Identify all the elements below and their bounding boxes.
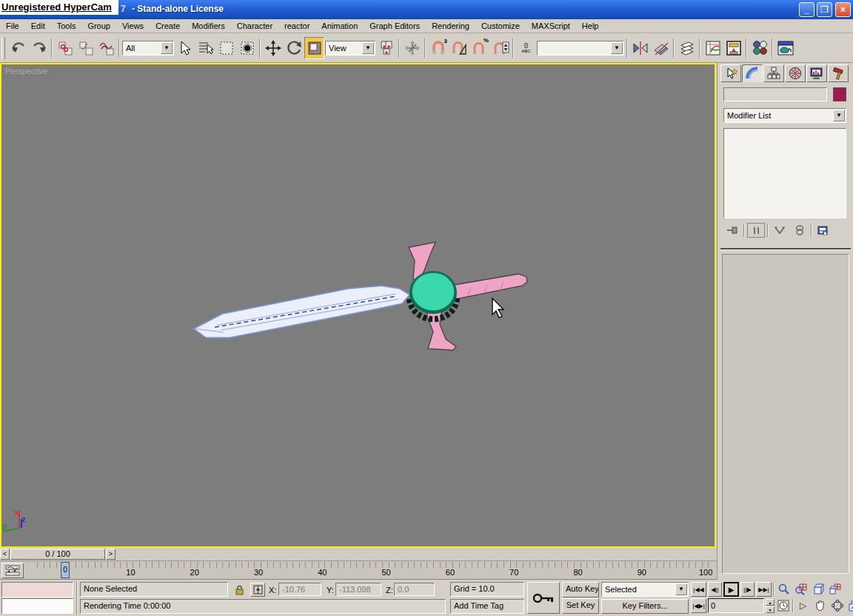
selection-filter-dropdown[interactable]: All ▼: [122, 41, 174, 56]
menu-item[interactable]: Rendering: [426, 20, 475, 32]
time-slider-handle[interactable]: 0 / 100: [10, 549, 105, 560]
reference-coordinate-system-dropdown[interactable]: View ▼: [325, 41, 375, 56]
bind-to-space-warp-button[interactable]: [96, 37, 116, 59]
field-of-view-button[interactable]: ▷: [795, 598, 811, 613]
menu-item[interactable]: Customize: [475, 20, 526, 32]
window-crossing-button[interactable]: [237, 37, 257, 59]
close-button[interactable]: ×: [835, 2, 851, 17]
mirror-button[interactable]: [630, 37, 650, 59]
z-coordinate-field[interactable]: 0.0: [394, 583, 435, 596]
absolute-mode-transform-toggle[interactable]: [250, 583, 265, 597]
perspective-viewport[interactable]: Perspective x z y: [0, 63, 716, 548]
go-to-start-button[interactable]: |◀◀: [691, 582, 706, 597]
edit-named-selection-sets-button[interactable]: {} ABC: [516, 37, 536, 59]
menu-item[interactable]: Graph Editors: [364, 20, 426, 32]
spinner-snap-toggle-button[interactable]: [490, 37, 510, 59]
align-button[interactable]: [651, 37, 671, 59]
menu-item[interactable]: Group: [81, 20, 116, 32]
frame-spinner[interactable]: ▲ ▼: [766, 599, 775, 613]
menu-item[interactable]: Edit: [25, 20, 51, 32]
rectangular-selection-region-button[interactable]: [216, 37, 236, 59]
select-and-scale-button[interactable]: [304, 37, 324, 59]
maxscript-listener-macro[interactable]: [1, 582, 73, 597]
configure-modifier-sets-button[interactable]: [814, 223, 832, 238]
modifier-list-dropdown[interactable]: Modifier List ▼: [723, 108, 846, 123]
menu-item[interactable]: File: [0, 20, 25, 32]
menu-item[interactable]: Modifiers: [186, 20, 231, 32]
next-frame-button[interactable]: ||▶: [740, 582, 755, 597]
current-frame-field[interactable]: 0: [708, 598, 764, 613]
tab-utilities[interactable]: [828, 64, 849, 82]
menu-item[interactable]: Views: [116, 20, 150, 32]
track-bar-ruler[interactable]: 0102030405060708090100 0: [27, 561, 715, 580]
time-slider[interactable]: < 0 / 100 >: [0, 548, 717, 561]
chevron-down-icon[interactable]: ▼: [675, 583, 687, 595]
min-max-toggle-button[interactable]: [846, 598, 853, 613]
time-configuration-button[interactable]: [776, 598, 791, 613]
render-scene-button[interactable]: [775, 37, 795, 59]
schematic-view-button[interactable]: [723, 37, 743, 59]
maxscript-listener-script[interactable]: [1, 598, 73, 614]
remove-modifier-button[interactable]: [791, 223, 809, 238]
arc-rotate-button[interactable]: [829, 598, 845, 613]
minimize-button[interactable]: _: [799, 2, 814, 17]
y-coordinate-field[interactable]: -113.098: [335, 583, 381, 596]
modifier-stack-list[interactable]: [723, 128, 846, 218]
zoom-button[interactable]: [776, 582, 792, 597]
use-pivot-point-center-button[interactable]: [376, 37, 396, 59]
curve-editor-button[interactable]: [703, 37, 723, 59]
viewport-label[interactable]: Perspective: [5, 67, 47, 76]
menu-item[interactable]: MAXScript: [526, 20, 576, 32]
selection-lock-toggle[interactable]: [232, 583, 247, 597]
spinner-down-icon[interactable]: ▼: [766, 606, 775, 613]
redo-button[interactable]: [29, 37, 49, 59]
select-and-rotate-button[interactable]: [284, 37, 304, 59]
set-key-button[interactable]: Set Key: [562, 598, 599, 614]
tab-modify[interactable]: [742, 64, 763, 82]
menu-item[interactable]: Tools: [51, 20, 82, 32]
current-frame-marker[interactable]: 0: [61, 562, 70, 578]
menu-item[interactable]: Help: [576, 20, 605, 32]
tab-display[interactable]: [806, 64, 827, 82]
sword-model[interactable]: [1, 64, 715, 546]
restore-button[interactable]: ❐: [817, 2, 832, 17]
select-object-button[interactable]: [175, 37, 195, 59]
named-selection-sets-dropdown[interactable]: ▼: [537, 41, 624, 56]
menu-item[interactable]: Animation: [315, 20, 364, 32]
add-time-tag[interactable]: Add Time Tag: [450, 599, 524, 614]
key-mode-toggle-button[interactable]: |◀▶|: [691, 598, 706, 613]
zoom-all-button[interactable]: [793, 582, 809, 597]
zoom-extents-all-button[interactable]: [827, 582, 843, 597]
track-bar[interactable]: 0102030405060708090100 0: [0, 561, 717, 580]
auto-key-button[interactable]: Auto Key: [562, 582, 599, 597]
tab-create[interactable]: [720, 64, 741, 82]
pan-view-button[interactable]: [812, 598, 828, 613]
open-mini-curve-editor-button[interactable]: [1, 563, 24, 578]
make-unique-button[interactable]: [771, 223, 789, 238]
object-name-field[interactable]: [723, 87, 827, 101]
select-and-link-button[interactable]: [55, 37, 75, 59]
layer-manager-button[interactable]: [677, 37, 697, 59]
show-end-result-button[interactable]: [747, 223, 765, 238]
tab-hierarchy[interactable]: [763, 64, 784, 82]
object-color-swatch[interactable]: [833, 87, 846, 101]
time-slider-next-button[interactable]: >: [106, 549, 116, 560]
zoom-extents-button[interactable]: [810, 582, 826, 597]
undo-button[interactable]: [8, 37, 28, 59]
go-to-end-button[interactable]: ▶▶|: [756, 582, 772, 597]
tab-motion[interactable]: [785, 64, 806, 82]
menu-item[interactable]: Character: [231, 20, 278, 32]
play-animation-button[interactable]: ▶: [723, 582, 739, 597]
select-by-name-button[interactable]: [195, 37, 215, 59]
chevron-down-icon[interactable]: ▼: [161, 42, 173, 54]
previous-frame-button[interactable]: ◀||: [708, 582, 722, 597]
set-keys-button[interactable]: [527, 582, 560, 614]
chevron-down-icon[interactable]: ▼: [833, 110, 845, 121]
pin-stack-button[interactable]: [723, 223, 741, 238]
spinner-up-icon[interactable]: ▲: [766, 599, 775, 606]
menu-item[interactable]: Create: [150, 20, 186, 32]
x-coordinate-field[interactable]: -10.76: [278, 583, 321, 596]
key-filters-button[interactable]: Key Filters...: [601, 599, 689, 614]
menu-item[interactable]: reactor: [278, 20, 315, 32]
unlink-selection-button[interactable]: [76, 37, 96, 59]
